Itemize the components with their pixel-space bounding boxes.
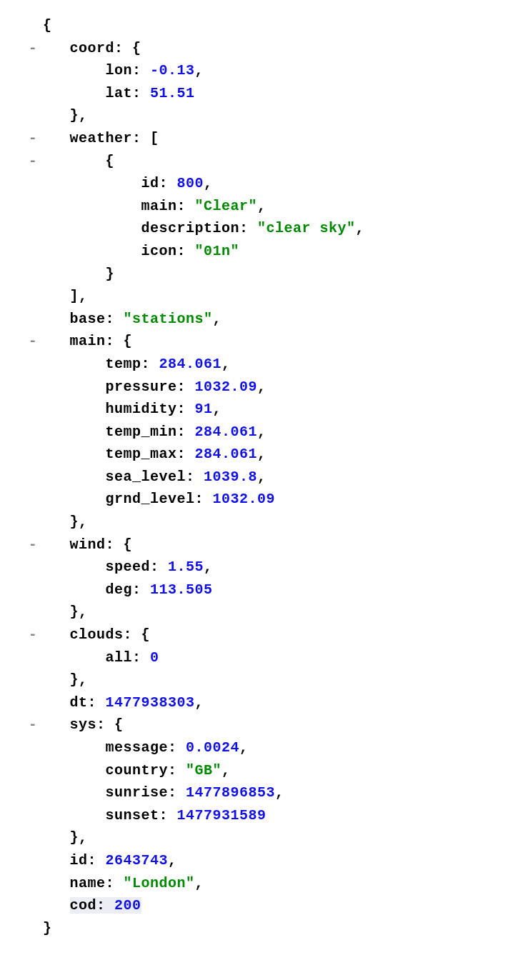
json-line: speed: 1.55, bbox=[43, 556, 499, 579]
json-line: sunrise: 1477896853, bbox=[43, 781, 499, 804]
json-line: lat: 51.51 bbox=[43, 82, 499, 105]
json-line: id: 2643743, bbox=[43, 849, 499, 872]
key-weather-icon: icon bbox=[141, 243, 177, 259]
json-line: }, bbox=[43, 669, 499, 691]
collapse-toggle[interactable]: - bbox=[26, 150, 40, 173]
json-line: humidity: 91, bbox=[43, 398, 499, 421]
value-weather-icon: "01n" bbox=[195, 243, 240, 259]
key-temp-max: temp_max bbox=[106, 446, 177, 462]
key-temp-min: temp_min bbox=[106, 424, 177, 440]
json-line: - wind: { bbox=[43, 534, 499, 556]
key-grnd-level: grnd_level bbox=[106, 491, 195, 507]
value-sunrise: 1477896853 bbox=[186, 784, 275, 801]
json-line: }, bbox=[43, 511, 499, 534]
value-base: "stations" bbox=[124, 311, 213, 327]
json-line: - main: { bbox=[43, 330, 499, 353]
json-line: - { bbox=[43, 150, 499, 173]
key-sunset: sunset bbox=[106, 807, 159, 824]
key-sea-level: sea_level bbox=[106, 469, 186, 485]
key-clouds: clouds bbox=[70, 626, 124, 643]
json-line: description: "clear sky", bbox=[43, 217, 499, 240]
collapse-toggle[interactable]: - bbox=[26, 624, 40, 646]
value-temp-max: 284.061 bbox=[195, 446, 258, 462]
key-wind: wind bbox=[70, 536, 106, 553]
collapse-toggle[interactable]: - bbox=[26, 37, 40, 60]
key-weather-main: main bbox=[141, 198, 177, 214]
value-humidity: 91 bbox=[195, 401, 213, 417]
collapse-toggle[interactable]: - bbox=[26, 330, 40, 353]
json-line: temp_max: 284.061, bbox=[43, 443, 499, 466]
json-line: base: "stations", bbox=[43, 308, 499, 331]
json-line: name: "London", bbox=[43, 872, 499, 895]
json-line: }, bbox=[43, 601, 499, 624]
brace-close: } bbox=[43, 920, 52, 936]
value-all: 0 bbox=[150, 649, 159, 666]
json-line: - sys: { bbox=[43, 714, 499, 736]
value-sunset: 1477931589 bbox=[177, 807, 267, 824]
key-deg: deg bbox=[106, 581, 133, 598]
value-temp-min: 284.061 bbox=[195, 424, 258, 440]
json-line: - clouds: { bbox=[43, 624, 499, 646]
key-dt: dt bbox=[70, 694, 88, 711]
key-cod: cod bbox=[70, 897, 97, 914]
highlighted-selection: cod: 200 bbox=[70, 897, 141, 914]
value-sea-level: 1039.8 bbox=[204, 469, 257, 485]
json-line: all: 0 bbox=[43, 646, 499, 669]
value-country: "GB" bbox=[186, 762, 221, 779]
json-line: sea_level: 1039.8, bbox=[43, 466, 499, 489]
key-pressure: pressure bbox=[106, 379, 177, 395]
key-temp: temp bbox=[106, 356, 141, 372]
value-weather-description: "clear sky" bbox=[257, 220, 356, 236]
json-line: { bbox=[43, 14, 499, 37]
value-speed: 1.55 bbox=[168, 559, 204, 575]
json-line: } bbox=[43, 917, 499, 940]
json-line: - coord: { bbox=[43, 37, 499, 60]
key-message: message bbox=[106, 739, 169, 756]
json-viewer: { - coord: { lon: -0.13, lat: 51.51 }, -… bbox=[43, 14, 499, 939]
json-line: main: "Clear", bbox=[43, 195, 499, 218]
json-line: dt: 1477938303, bbox=[43, 691, 499, 714]
value-lon: -0.13 bbox=[150, 62, 195, 79]
json-line: country: "GB", bbox=[43, 759, 499, 782]
key-weather-description: description bbox=[141, 220, 240, 236]
json-line: } bbox=[43, 263, 499, 286]
key-sys: sys bbox=[70, 716, 97, 733]
value-lat: 51.51 bbox=[150, 85, 195, 101]
value-cod: 200 bbox=[114, 897, 141, 914]
json-line: sunset: 1477931589 bbox=[43, 804, 499, 827]
json-line: - weather: [ bbox=[43, 127, 499, 150]
value-name: "London" bbox=[124, 875, 195, 891]
json-line: icon: "01n" bbox=[43, 240, 499, 263]
collapse-toggle[interactable]: - bbox=[26, 714, 40, 736]
value-weather-id: 800 bbox=[177, 175, 204, 191]
key-all: all bbox=[106, 649, 133, 666]
json-line: message: 0.0024, bbox=[43, 736, 499, 759]
key-country: country bbox=[106, 762, 169, 779]
key-weather-id: id bbox=[141, 175, 159, 191]
brace-open: { bbox=[43, 17, 52, 34]
value-dt: 1477938303 bbox=[106, 694, 195, 711]
key-coord: coord bbox=[70, 40, 115, 56]
value-weather-main: "Clear" bbox=[195, 198, 258, 214]
json-line: ], bbox=[43, 285, 499, 308]
value-pressure: 1032.09 bbox=[195, 379, 258, 395]
json-line: }, bbox=[43, 104, 499, 127]
key-base: base bbox=[70, 311, 106, 327]
key-humidity: humidity bbox=[106, 401, 177, 417]
json-line: lon: -0.13, bbox=[43, 59, 499, 82]
key-name: name bbox=[70, 875, 106, 891]
key-lon: lon bbox=[106, 62, 133, 79]
value-temp: 284.061 bbox=[159, 356, 222, 372]
value-grnd-level: 1032.09 bbox=[213, 491, 276, 507]
key-main: main bbox=[70, 333, 106, 349]
collapse-toggle[interactable]: - bbox=[26, 534, 40, 556]
key-id: id bbox=[70, 852, 88, 869]
json-line: pressure: 1032.09, bbox=[43, 376, 499, 399]
json-line: temp: 284.061, bbox=[43, 353, 499, 376]
json-line: cod: 200 bbox=[43, 894, 499, 917]
key-lat: lat bbox=[106, 85, 133, 101]
collapse-toggle[interactable]: - bbox=[26, 127, 40, 150]
key-speed: speed bbox=[106, 559, 151, 575]
value-deg: 113.505 bbox=[150, 581, 213, 598]
value-message: 0.0024 bbox=[186, 739, 239, 756]
